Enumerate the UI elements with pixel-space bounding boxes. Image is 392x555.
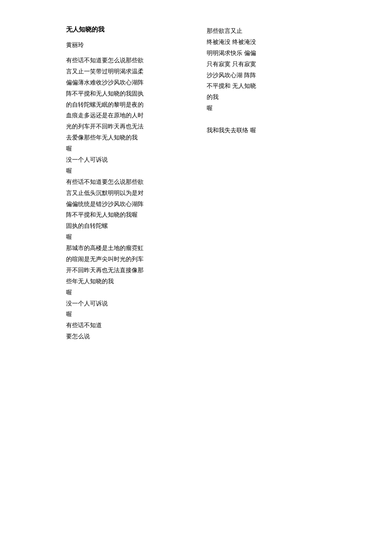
lyric-line: 喔 (66, 309, 198, 320)
lyric-line: 明明渴求快乐 偏偏 (207, 48, 317, 59)
lyric-line: 没一个人可诉说 (66, 154, 198, 166)
right-lyrics-block: 那些欲言又止终被淹没 终被淹没明明渴求快乐 偏偏只有寂寞 只有寂寞沙沙风吹心湖 … (207, 26, 317, 136)
lyric-line: 只有寂寞 只有寂寞 (207, 59, 317, 70)
lyric-line: 的自转陀螺无眠的黎明是夜的 (66, 99, 198, 110)
lyric-line: 偏偏统统是错沙沙风吹心湖阵 (66, 199, 198, 210)
lyric-line: 喔 (207, 103, 317, 114)
lyric-line: 有些话不知道要怎么说那些欲 (66, 177, 198, 188)
lyric-line: 言又止低头沉默明明以为是对 (66, 188, 198, 199)
lyric-line: 有些话不知道要怎么说那些欲 (66, 55, 198, 66)
page-container: 无人知晓的我 黄丽玲 有些话不知道要怎么说那些欲言又止一笑带过明明渴求温柔偏偏薄… (0, 0, 392, 368)
lyric-line: 有些话不知道 (66, 320, 198, 331)
lyric-line (207, 114, 317, 125)
lyric-line: 喔 (66, 287, 198, 298)
lyric-line: 沙沙风吹心湖 阵阵 (207, 70, 317, 81)
lyric-line: 光的列车开不回昨天再也无法 (66, 121, 198, 132)
lyric-line: 的喧闹是无声尖叫时光的列车 (66, 254, 198, 265)
lyric-line: 去爱像那些年无人知晓的我 (66, 132, 198, 143)
lyric-line: 喔 (66, 166, 198, 177)
lyric-line: 那些欲言又止 (207, 26, 317, 37)
lyric-line: 喔 (66, 232, 198, 243)
lyric-line: 的我 (207, 92, 317, 103)
lyric-line: 言又止一笑带过明明渴求温柔 (66, 66, 198, 77)
lyric-line: 喔 (66, 143, 198, 154)
left-lyrics-block: 有些话不知道要怎么说那些欲言又止一笑带过明明渴求温柔偏偏薄水难收沙沙风吹心湖阵阵… (66, 55, 198, 342)
lyric-line: 不平搅和 无人知晓 (207, 81, 317, 92)
lyric-line: 偏偏薄水难收沙沙风吹心湖阵 (66, 77, 198, 88)
lyric-line: 要怎么说 (66, 331, 198, 342)
artist-name: 黄丽玲 (66, 41, 198, 49)
lyric-line: 终被淹没 终被淹没 (207, 37, 317, 48)
left-column: 无人知晓的我 黄丽玲 有些话不知道要怎么说那些欲言又止一笑带过明明渴求温柔偏偏薄… (66, 26, 198, 342)
lyric-line: 血痕走多远还是在原地的人时 (66, 110, 198, 121)
lyric-line: 阵不平搅和无人知晓的我固执 (66, 88, 198, 99)
lyric-line: 那城市的高楼是土地的瘤霓虹 (66, 243, 198, 254)
song-title: 无人知晓的我 (66, 26, 198, 34)
lyric-line: 开不回昨天再也无法直接像那 (66, 265, 198, 276)
lyric-line: 我和我失去联络 喔 (207, 125, 317, 136)
right-column: 那些欲言又止终被淹没 终被淹没明明渴求快乐 偏偏只有寂寞 只有寂寞沙沙风吹心湖 … (198, 26, 317, 342)
lyric-line: 阵不平搅和无人知晓的我喔 (66, 209, 198, 221)
lyric-line: 没一个人可诉说 (66, 298, 198, 309)
lyric-line: 些年无人知晓的我 (66, 276, 198, 287)
lyric-line: 固执的自转陀螺 (66, 221, 198, 232)
